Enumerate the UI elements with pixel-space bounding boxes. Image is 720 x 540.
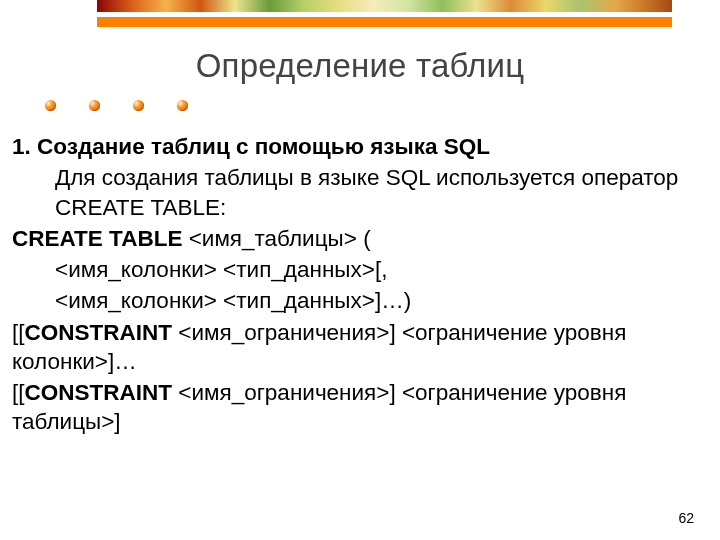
header-banner: [97, 0, 672, 27]
decorative-dots: [45, 100, 188, 111]
syntax-line-constraint-2: [[CONSTRAINT <имя_ограничения>] <огранич…: [12, 378, 702, 437]
keyword-constraint: CONSTRAINT: [25, 320, 173, 345]
dot-icon: [177, 100, 188, 111]
syntax-line-constraint-1: [[CONSTRAINT <имя_ограничения>] <огранич…: [12, 318, 702, 377]
dot-icon: [89, 100, 100, 111]
banner-texture-stripe: [97, 0, 672, 12]
syntax-line-create: CREATE TABLE <имя_таблицы> (: [12, 224, 702, 253]
dot-icon: [133, 100, 144, 111]
syntax-line-column-1: <имя_колонки> <тип_данных>[,: [12, 255, 702, 284]
banner-orange-stripe: [97, 17, 672, 27]
dot-icon: [45, 100, 56, 111]
slide: Определение таблиц 1. Создание таблиц с …: [0, 0, 720, 540]
syntax-text: <имя_таблицы> (: [182, 226, 370, 251]
syntax-text: [[: [12, 320, 25, 345]
slide-title: Определение таблиц: [0, 47, 720, 85]
syntax-line-column-2: <имя_колонки> <тип_данных>]…): [12, 286, 702, 315]
section-number: 1.: [12, 134, 31, 159]
intro-paragraph: Для создания таблицы в языке SQL использ…: [12, 163, 702, 222]
keyword-constraint: CONSTRAINT: [25, 380, 173, 405]
section-heading: 1. Создание таблиц с помощью языка SQL: [12, 132, 702, 161]
page-number: 62: [678, 510, 694, 526]
syntax-text: [[: [12, 380, 25, 405]
keyword-create-table: CREATE TABLE: [12, 226, 182, 251]
slide-body: 1. Создание таблиц с помощью языка SQL Д…: [12, 132, 702, 439]
section-heading-text: Создание таблиц с помощью языка SQL: [37, 134, 490, 159]
